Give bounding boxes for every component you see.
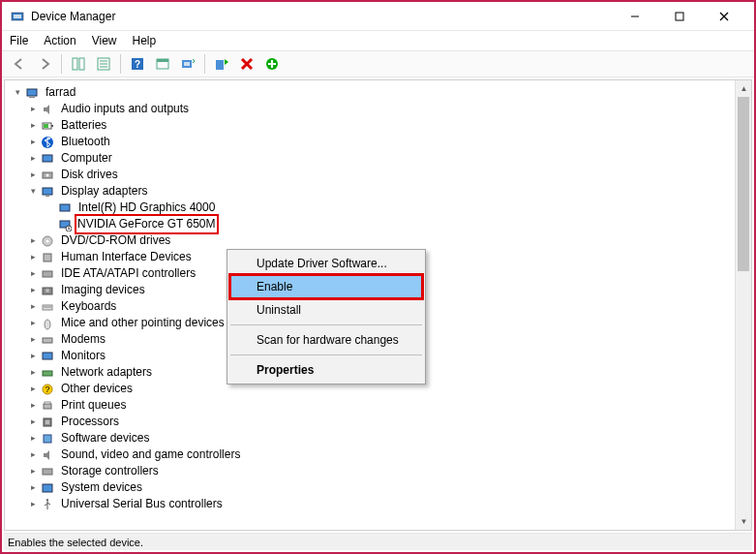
- expand-icon[interactable]: ▸: [26, 399, 40, 413]
- show-hide-tree-button[interactable]: [67, 52, 90, 76]
- svg-rect-53: [45, 420, 49, 424]
- enable-button[interactable]: [210, 52, 233, 76]
- svg-rect-26: [44, 124, 48, 128]
- expand-icon[interactable]: ▸: [26, 366, 40, 380]
- context-menu: Update Driver Software... Enable Uninsta…: [227, 249, 426, 385]
- tree-item[interactable]: ▸ Processors: [9, 414, 735, 430]
- expand-icon[interactable]: ▸: [26, 300, 40, 314]
- cm-scan[interactable]: Scan for hardware changes: [229, 328, 423, 352]
- tree-item-nvidia-gpu[interactable]: NVIDIA GeForce GT 650M: [9, 216, 735, 232]
- display-icon: [40, 184, 55, 200]
- expand-icon[interactable]: ▸: [26, 383, 40, 396]
- scan-button[interactable]: [176, 52, 199, 76]
- tree-item[interactable]: ▸ Software devices: [9, 430, 735, 446]
- expand-icon[interactable]: ▸: [26, 350, 40, 363]
- tree-item-label: Mice and other pointing devices: [59, 315, 227, 331]
- expand-icon[interactable]: ▸: [26, 317, 40, 330]
- tree-item[interactable]: ▸ Computer: [9, 150, 735, 167]
- expand-icon[interactable]: ▸: [26, 465, 40, 478]
- svg-rect-56: [43, 484, 52, 492]
- tree-item-label: Print queues: [59, 397, 128, 414]
- expand-icon[interactable]: ▸: [26, 481, 40, 495]
- expand-icon[interactable]: ▸: [26, 234, 40, 248]
- menu-file[interactable]: File: [10, 34, 28, 47]
- scrollbar-thumb[interactable]: [738, 97, 749, 271]
- action-button[interactable]: [151, 52, 174, 76]
- tree-item[interactable]: ▸ Disk drives: [9, 167, 735, 183]
- other-icon: ?: [40, 382, 55, 397]
- printer-icon: [40, 398, 55, 414]
- display-disabled-icon: [57, 217, 73, 232]
- vertical-scrollbar[interactable]: ▲ ▼: [735, 80, 751, 530]
- tree-item[interactable]: ▸ Universal Serial Bus controllers: [9, 496, 735, 512]
- mouse-icon: [40, 316, 55, 331]
- tree-item[interactable]: ▸ Batteries: [9, 117, 735, 134]
- forward-button[interactable]: [33, 52, 56, 76]
- expand-icon[interactable]: ▸: [26, 136, 40, 149]
- menu-help[interactable]: Help: [133, 34, 157, 47]
- menu-view[interactable]: View: [92, 34, 117, 47]
- svg-rect-15: [157, 59, 168, 62]
- uninstall-button[interactable]: [235, 52, 258, 76]
- tree-item-display-adapters[interactable]: ▾ Display adapters: [9, 183, 735, 200]
- tree-item[interactable]: ▸ System devices: [9, 479, 735, 496]
- cm-uninstall[interactable]: Uninstall: [229, 298, 423, 322]
- tree-root[interactable]: ▾ farrad: [9, 84, 735, 101]
- cm-label: Scan for hardware changes: [257, 333, 399, 347]
- cm-update-driver[interactable]: Update Driver Software...: [229, 252, 423, 275]
- tree-item[interactable]: ▸ DVD/CD-ROM drives: [9, 232, 735, 249]
- scroll-up-button[interactable]: ▲: [736, 80, 752, 97]
- svg-rect-22: [27, 89, 37, 96]
- expand-icon[interactable]: ▸: [26, 284, 40, 297]
- expand-icon[interactable]: ▸: [26, 251, 40, 264]
- tree-item-label: System devices: [59, 479, 144, 496]
- svg-rect-18: [216, 60, 224, 70]
- scroll-down-button[interactable]: ▼: [736, 513, 752, 530]
- ide-icon: [40, 266, 55, 282]
- close-button[interactable]: [702, 2, 746, 31]
- tree-item[interactable]: ▸ Print queues: [9, 397, 735, 414]
- tree-item-label: Network adapters: [59, 364, 154, 381]
- expand-icon[interactable]: ▸: [26, 416, 40, 429]
- expand-icon[interactable]: ▸: [26, 498, 40, 511]
- collapse-icon[interactable]: ▾: [11, 86, 24, 100]
- expand-icon[interactable]: ▸: [26, 169, 40, 182]
- display-icon: [57, 200, 73, 216]
- svg-rect-50: [44, 404, 51, 409]
- properties-button[interactable]: [92, 52, 115, 76]
- svg-rect-6: [73, 58, 77, 70]
- hid-icon: [40, 250, 55, 265]
- svg-rect-54: [44, 435, 51, 443]
- expand-icon[interactable]: ▸: [26, 432, 40, 446]
- minimize-button[interactable]: [613, 2, 657, 31]
- cm-label: Enable: [257, 280, 292, 293]
- update-button[interactable]: [260, 52, 284, 76]
- svg-rect-51: [45, 402, 50, 404]
- menu-action[interactable]: Action: [44, 34, 76, 47]
- tree-item[interactable]: ▸ Storage controllers: [9, 463, 735, 479]
- svg-rect-17: [184, 62, 190, 66]
- maximize-button[interactable]: [657, 2, 702, 31]
- cm-enable[interactable]: Enable: [229, 275, 423, 298]
- cm-properties[interactable]: Properties: [229, 358, 423, 382]
- tree-root-label: farrad: [44, 84, 77, 101]
- svg-rect-31: [43, 188, 52, 195]
- tree-item-label: Storage controllers: [59, 463, 161, 479]
- help-button[interactable]: ?: [126, 52, 149, 76]
- collapse-icon[interactable]: ▾: [26, 185, 40, 199]
- tree-item[interactable]: ▸ Bluetooth: [9, 134, 735, 150]
- expand-icon[interactable]: ▸: [26, 267, 40, 281]
- tree-item[interactable]: ▸ Sound, video and game controllers: [9, 446, 735, 463]
- expand-icon[interactable]: ▸: [26, 119, 40, 133]
- expand-icon[interactable]: ▸: [26, 448, 40, 462]
- svg-point-37: [46, 239, 49, 242]
- expand-icon[interactable]: ▸: [26, 333, 40, 347]
- tree-item-label: Universal Serial Bus controllers: [59, 496, 225, 512]
- expand-icon[interactable]: ▸: [26, 152, 40, 166]
- expand-icon[interactable]: ▸: [26, 103, 40, 116]
- tree-item[interactable]: ▸ Audio inputs and outputs: [9, 101, 735, 117]
- svg-rect-45: [43, 338, 52, 343]
- tree-item-label: Software devices: [59, 430, 151, 446]
- cm-label: Properties: [257, 363, 314, 377]
- back-button[interactable]: [8, 52, 31, 76]
